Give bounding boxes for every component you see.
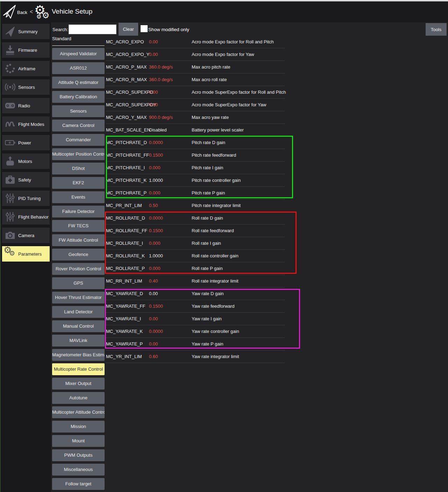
sidebar-item[interactable]: ⚙⚙ Parameters [2, 246, 50, 262]
sidebar-item-label: Power [18, 140, 31, 145]
parameter-row[interactable]: MC_ACRO_P_MAX 360.0 deg/s Max acro pitch… [106, 61, 285, 73]
sidebar-item-label: Parameters [18, 251, 42, 257]
parameter-row[interactable]: MC_ACRO_Y_MAX 900.0 deg/s Max acro yaw r… [106, 111, 285, 124]
parameter-group-button[interactable]: Manual Control [52, 320, 105, 332]
parameter-group-button[interactable]: Miscellaneous [52, 464, 105, 476]
parameter-group-button[interactable]: Rover Position Control [52, 263, 105, 275]
firmware-icon [2, 44, 18, 56]
sidebar-item[interactable]: Radio [2, 98, 50, 113]
parameter-row[interactable]: MC_PITCHRATE_FF 0.1500 Pitch rate feedfo… [106, 149, 285, 162]
parameter-row[interactable]: MC_BAT_SCALE_EN Disabled Battery power l… [106, 124, 285, 136]
sidebar-item[interactable]: PID Tuning [2, 191, 50, 206]
parameter-row[interactable]: MC_PITCHRATE_K 1.0000 Pitch rate control… [106, 174, 285, 187]
parameter-group-button[interactable]: Commander [52, 134, 105, 146]
show-modified-checkbox[interactable] [141, 25, 148, 32]
parameter-group-button[interactable]: Hover Thrust Estimator [52, 292, 105, 304]
back-button[interactable]: Back [17, 10, 27, 15]
parameter-value: 0.0000 [149, 140, 192, 145]
parameter-name: MC_ROLLRATE_P [106, 266, 149, 271]
parameter-row[interactable]: MC_ACRO_EXPO_Y 0.00 Acro mode Expo facto… [106, 48, 285, 61]
parameter-group-button[interactable]: FW Attitude Control [52, 234, 105, 246]
parameter-group-button[interactable]: Events [52, 191, 105, 203]
parameter-group-button[interactable]: Battery Calibration [52, 91, 105, 103]
parameter-group-button[interactable]: Land Detector [52, 306, 105, 318]
search-input[interactable] [69, 24, 116, 34]
sidebar-item[interactable]: Flight Behavior [2, 209, 50, 224]
parameter-row[interactable]: MC_YAWRATE_I 0.00 Yaw rate I gain [106, 313, 285, 325]
sidebar-item[interactable]: Flight Modes [2, 116, 50, 132]
parameter-group-button[interactable]: MAVLink [52, 335, 105, 347]
parameter-row[interactable]: MC_YR_INT_LIM 0.60 Yaw rate integrator l… [106, 350, 285, 363]
clear-button[interactable]: Clear [119, 23, 138, 36]
parameter-group-button[interactable]: Magnetometer Bias Estimator [52, 349, 105, 361]
parameter-row[interactable]: MC_ACRO_SUPEXPO 0.00 Acro mode SuperExpo… [106, 86, 285, 99]
parameter-row[interactable]: MC_RR_INT_LIM 0.40 Roll rate integrator … [106, 275, 285, 287]
qgc-paper-plane-logo-icon[interactable] [3, 4, 16, 20]
parameter-row[interactable]: MC_ROLLRATE_P 0.000 Roll rate P gain [106, 262, 285, 275]
safety-icon [2, 174, 18, 186]
parameter-group-button[interactable]: Multicopter Position Control [52, 148, 105, 160]
parameter-group-button[interactable]: Geofence [52, 249, 105, 261]
parameter-name: MC_ACRO_P_MAX [106, 64, 149, 70]
parameter-name: MC_BAT_SCALE_EN [106, 127, 149, 133]
parameter-row[interactable]: MC_PITCHRATE_P 0.000 Pitch rate P gain [106, 187, 285, 199]
parameter-row[interactable]: MC_YAWRATE_K 0.0000 Yaw rate controller … [106, 325, 285, 338]
parameter-row[interactable]: MC_YAWRATE_D 0.00 Yaw rate D gain [106, 287, 285, 300]
tools-button[interactable]: Tools [426, 23, 447, 36]
parameter-value: 0.1500 [149, 152, 192, 158]
parameter-description: Max acro roll rate [192, 77, 227, 82]
parameter-row[interactable]: MC_ACRO_SUPEXPOY 0.00 Acro mode SuperExp… [106, 99, 285, 111]
parameter-group-button[interactable]: FW TECS [52, 220, 105, 232]
parameter-group-button[interactable]: GPS [52, 277, 105, 289]
parameter-row[interactable]: MC_YAWRATE_FF 0.1500 Yaw rate feedforwar… [106, 300, 285, 313]
parameter-group-button[interactable]: Mission [52, 421, 105, 433]
parameter-group-button[interactable]: EKF2 [52, 177, 105, 189]
parameter-description: Pitch rate feedforward [192, 152, 236, 158]
sidebar-item[interactable]: Camera [2, 228, 50, 243]
parameter-row[interactable]: MC_ROLLRATE_K 1.0000 Roll rate controlle… [106, 250, 285, 262]
sidebar-item[interactable]: Airframe [2, 61, 50, 76]
sidebar-item[interactable]: Power [2, 135, 50, 150]
parameter-name: MC_PITCHRATE_K [106, 178, 149, 183]
parameter-row[interactable]: MC_ACRO_EXPO 0.00 Acro mode Expo factor … [106, 36, 285, 48]
parameter-group-button[interactable]: Failure Detector [52, 206, 105, 218]
parameter-description: Yaw rate integrator limit [192, 354, 239, 359]
parameter-group-button[interactable]: Airspeed Validator [52, 48, 105, 60]
parameter-value: 0.1500 [149, 304, 192, 309]
battery-icon [2, 137, 18, 149]
plane-icon [2, 26, 18, 37]
group-header-standard: Standard [52, 36, 105, 46]
parameter-row[interactable]: MC_PITCHRATE_D 0.0000 Pitch rate D gain [106, 136, 285, 149]
parameter-description: Pitch rate D gain [192, 140, 225, 145]
parameter-group-button[interactable]: Camera Control [52, 120, 105, 131]
parameter-group-button[interactable]: Attitude Q estimator [52, 77, 105, 88]
sidebar-item[interactable]: Safety [2, 172, 50, 187]
sidebar-item[interactable]: Summary [2, 24, 50, 39]
parameter-group-button[interactable]: Multicopter Rate Control [52, 363, 105, 375]
parameter-group-button[interactable]: Mixer Output [52, 378, 105, 390]
search-label: Search: [52, 27, 68, 32]
parameter-group-button[interactable]: Mount [52, 435, 105, 447]
sidebar-item[interactable]: Firmware [2, 42, 50, 58]
parameter-value: 0.000 [149, 190, 192, 195]
parameter-group-button[interactable]: Follow target [52, 478, 105, 490]
parameter-description: Acro mode SuperExpo factor for Roll and … [192, 90, 286, 95]
parameter-row[interactable]: MC_ACRO_R_MAX 360.0 deg/s Max acro roll … [106, 73, 285, 86]
parameter-row[interactable]: MC_ROLLRATE_FF 0.1500 Roll rate feedforw… [106, 224, 285, 237]
parameter-group-button[interactable]: DShot [52, 163, 105, 174]
parameter-group-button[interactable]: Multicopter Attitude Control [52, 406, 105, 418]
parameter-row[interactable]: MC_ROLLRATE_D 0.0000 Roll rate D gain [106, 212, 285, 224]
sliders-icon [2, 192, 18, 204]
parameter-row[interactable]: MC_ROLLRATE_I 0.000 Roll rate I gain [106, 237, 285, 250]
parameter-group-button[interactable]: Autotune [52, 392, 105, 404]
parameter-value: 0.0000 [149, 215, 192, 221]
parameter-row[interactable]: MC_YAWRATE_P 0.00 Yaw rate P gain [106, 338, 285, 350]
sidebar-item[interactable]: Motors [2, 154, 50, 169]
parameter-group-button[interactable]: PWM Outputs [52, 449, 105, 461]
sidebar-item[interactable]: Sensors [2, 79, 50, 95]
parameter-group-button[interactable]: Sensors [52, 105, 105, 117]
parameter-group-button[interactable]: ASR012 [52, 62, 105, 74]
parameter-row[interactable]: MC_PR_INT_LIM 0.50 Pitch rate integrator… [106, 199, 285, 212]
parameter-row[interactable]: MC_PITCHRATE_I 0.000 Pitch rate I gain [106, 162, 285, 174]
parameter-list: MC_ACRO_EXPO 0.00 Acro mode Expo factor … [106, 36, 285, 363]
